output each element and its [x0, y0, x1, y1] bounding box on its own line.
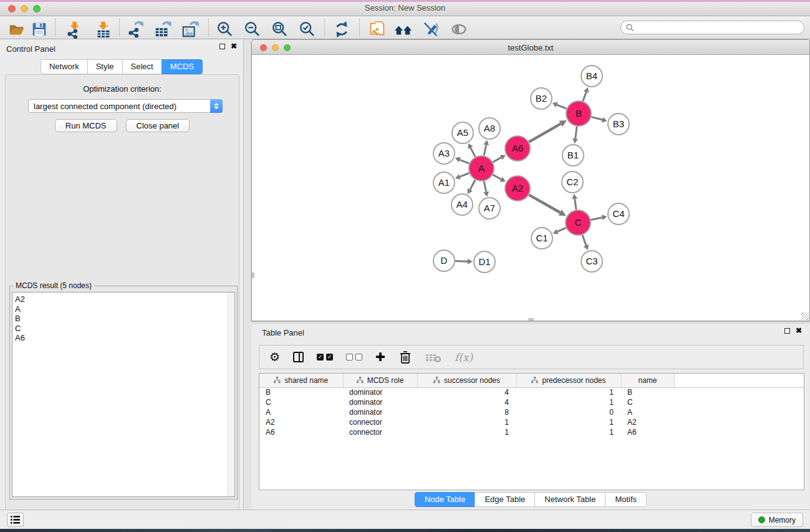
- graph-edge-C-C2[interactable]: [575, 199, 576, 210]
- table-cell[interactable]: A2: [621, 417, 674, 427]
- mcds-result-list[interactable]: A2ABCA6: [12, 292, 235, 497]
- graph-edge-C-C3[interactable]: [582, 235, 586, 246]
- export-table-icon[interactable]: [153, 19, 173, 39]
- table-cell[interactable]: connector: [343, 427, 417, 437]
- tab-motifs[interactable]: Motifs: [605, 492, 647, 507]
- graph-edge-A6-B[interactable]: [529, 123, 561, 142]
- column-header-name[interactable]: name: [621, 374, 674, 387]
- resize-handle-icon[interactable]: [801, 312, 809, 320]
- table-cell[interactable]: 8: [417, 407, 516, 417]
- table-row[interactable]: Cdominator41C: [259, 397, 804, 407]
- graph-edge-B-B4[interactable]: [583, 92, 586, 101]
- list-item[interactable]: A6: [15, 333, 234, 343]
- graph-edge-A-A1[interactable]: [460, 173, 469, 177]
- graph-edge-B-B1[interactable]: [576, 127, 577, 138]
- table-row[interactable]: Bdominator41B: [259, 387, 804, 397]
- close-panel-icon[interactable]: ✖: [231, 44, 237, 49]
- table-header-row[interactable]: shared nameMCDS rolesuccessor nodesprede…: [259, 374, 804, 387]
- memory-button[interactable]: Memory: [751, 513, 803, 527]
- table-cell[interactable]: A2: [259, 417, 343, 427]
- network-canvas[interactable]: AA1A2A3A4A5A6A7A8BB1B2B3B4CC1C2C3C4DD1: [252, 55, 809, 321]
- refresh-icon[interactable]: [332, 19, 352, 39]
- graph-edge-A-A4[interactable]: [470, 180, 475, 190]
- float-panel-icon[interactable]: [219, 44, 225, 49]
- home-icon[interactable]: [393, 19, 413, 39]
- graph-edge-A-A6[interactable]: [493, 157, 501, 162]
- tab-edge-table[interactable]: Edge Table: [475, 492, 535, 507]
- column-header-shared-name[interactable]: shared name: [259, 374, 343, 387]
- task-history-button[interactable]: [7, 513, 24, 527]
- graph-edge-B-B2[interactable]: [557, 105, 566, 109]
- table-row[interactable]: A6connector11A6: [259, 427, 804, 437]
- graph-edge-D-D1[interactable]: [455, 261, 468, 262]
- zoom-in-icon[interactable]: [215, 19, 235, 39]
- node-table[interactable]: shared nameMCDS rolesuccessor nodesprede…: [259, 374, 804, 437]
- show-columns-icon[interactable]: ✓✓: [317, 354, 333, 360]
- table-cell[interactable]: 1: [417, 417, 516, 427]
- search-box[interactable]: [620, 21, 804, 34]
- delete-column-icon[interactable]: [398, 350, 412, 365]
- zoom-fit-icon[interactable]: [270, 19, 290, 39]
- export-network-icon[interactable]: [126, 19, 146, 39]
- network-from-file-icon[interactable]: [367, 19, 387, 39]
- table-cell[interactable]: A6: [621, 427, 674, 437]
- table-row[interactable]: Adominator80A: [259, 407, 804, 417]
- table-cell[interactable]: dominator: [343, 397, 417, 407]
- tab-mcds[interactable]: MCDS: [162, 59, 203, 74]
- network-window-titlebar[interactable]: testGlobe.txt: [252, 40, 809, 55]
- column-view-icon[interactable]: [293, 352, 304, 362]
- table-cell[interactable]: dominator: [343, 387, 417, 397]
- tab-node-table[interactable]: Node Table: [415, 492, 476, 507]
- column-header-MCDS-role[interactable]: MCDS role: [343, 374, 417, 387]
- graph-edge-C-C4[interactable]: [591, 218, 602, 220]
- open-session-icon[interactable]: [7, 19, 27, 39]
- table-cell[interactable]: connector: [343, 417, 417, 427]
- table-row[interactable]: A2connector11A2: [259, 417, 804, 427]
- graph-edge-A-A2[interactable]: [493, 175, 501, 179]
- table-cell[interactable]: 1: [417, 427, 516, 437]
- tab-select[interactable]: Select: [122, 59, 162, 74]
- run-mcds-button[interactable]: Run MCDS: [55, 119, 117, 132]
- function-builder-icon[interactable]: f(x): [455, 351, 473, 364]
- table-cell[interactable]: A6: [259, 427, 343, 437]
- eye-icon[interactable]: [449, 19, 469, 39]
- network-graph[interactable]: AA1A2A3A4A5A6A7A8BB1B2B3B4CC1C2C3C4DD1: [252, 55, 809, 321]
- table-cell[interactable]: C: [621, 397, 674, 407]
- scrollbar[interactable]: [228, 293, 234, 496]
- graph-edge-A-A3[interactable]: [460, 160, 469, 163]
- save-session-icon[interactable]: [29, 19, 49, 39]
- table-cell[interactable]: 1: [516, 427, 621, 437]
- tab-network[interactable]: Network: [41, 59, 88, 74]
- criterion-select[interactable]: largest connected component (directed): [28, 99, 223, 113]
- graph-edge-B-B3[interactable]: [591, 117, 602, 120]
- table-cell[interactable]: A: [621, 407, 674, 417]
- graph-edge-A-A7[interactable]: [484, 181, 486, 192]
- search-input[interactable]: [637, 22, 804, 33]
- list-item[interactable]: B: [15, 314, 234, 324]
- close-panel-icon[interactable]: ✖: [796, 328, 802, 334]
- import-table-icon[interactable]: [94, 19, 113, 39]
- table-cell[interactable]: 4: [417, 397, 516, 407]
- export-image-icon[interactable]: [180, 19, 200, 39]
- graph-edge-C-C1[interactable]: [557, 228, 566, 231]
- table-cell[interactable]: 0: [516, 407, 621, 417]
- table-settings-icon[interactable]: ⚙: [269, 351, 280, 363]
- add-column-icon[interactable]: ✚: [375, 351, 385, 363]
- table-cell[interactable]: B: [259, 387, 343, 397]
- float-panel-icon[interactable]: [784, 328, 790, 334]
- table-cell[interactable]: B: [621, 387, 674, 397]
- tab-style[interactable]: Style: [87, 59, 123, 74]
- zoom-out-icon[interactable]: [243, 19, 263, 39]
- table-cell[interactable]: A: [259, 407, 343, 417]
- table-cell[interactable]: 4: [417, 387, 516, 397]
- list-item[interactable]: C: [15, 324, 234, 334]
- graph-edge-A2-C[interactable]: [529, 195, 560, 212]
- graph-edge-A-A5[interactable]: [471, 148, 476, 157]
- delete-table-icon[interactable]: [425, 352, 441, 363]
- zoom-selected-icon[interactable]: [297, 19, 317, 39]
- hide-annotations-icon[interactable]: [421, 19, 441, 39]
- close-panel-button[interactable]: Close panel: [126, 119, 190, 132]
- graph-edge-A-A8[interactable]: [484, 145, 486, 155]
- list-item[interactable]: A: [15, 304, 234, 314]
- table-cell[interactable]: dominator: [343, 407, 417, 417]
